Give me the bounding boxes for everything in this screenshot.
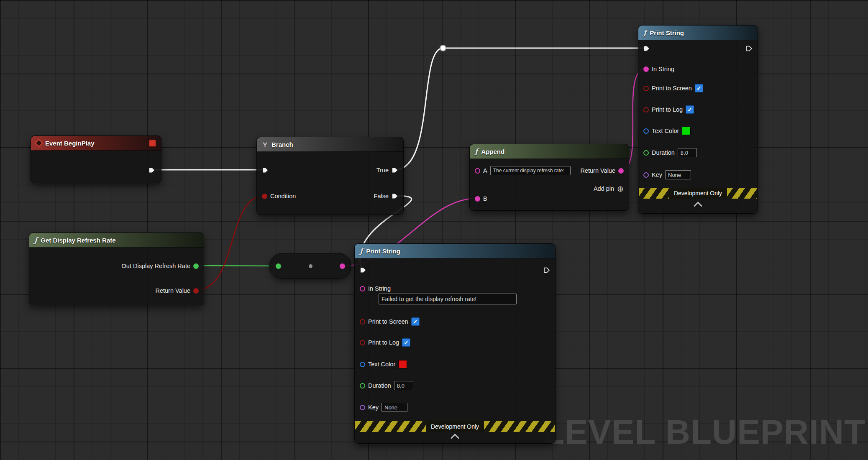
return-value-pin[interactable]: [193, 288, 199, 294]
event-icon: [35, 139, 43, 147]
wire-float-refreshrate-to-conversion[interactable]: [195, 266, 278, 266]
add-pin-icon[interactable]: ⊕: [617, 185, 624, 193]
print-to-log-checkbox[interactable]: ✓: [402, 338, 410, 347]
node-header[interactable]: Branch: [257, 137, 403, 152]
false-exec-pin[interactable]: [392, 193, 398, 199]
node-header[interactable]: Event BeginPlay: [31, 136, 161, 151]
node-print-string-bottom[interactable]: ƒ Print String In String Print to Screen…: [354, 243, 556, 444]
node-title: Append: [481, 148, 504, 155]
print-to-screen-checkbox[interactable]: ✓: [411, 317, 420, 326]
blueprint-canvas[interactable]: LEVEL BLUEPRINT Event BeginPlay Branch: [0, 0, 868, 460]
in-string-pin[interactable]: [360, 286, 365, 291]
exec-out-pin[interactable]: [543, 267, 550, 273]
node-print-string-top[interactable]: ƒ Print String In String Print to Screen…: [638, 25, 758, 214]
node-title: Event BeginPlay: [45, 140, 95, 147]
event-badge-icon: [149, 140, 156, 147]
a-pin[interactable]: [475, 168, 480, 174]
print-to-log-checkbox[interactable]: ✓: [686, 105, 694, 114]
hazard-stripes-icon: [727, 188, 757, 199]
print-to-log-label: Print to Log: [652, 106, 683, 113]
key-label: Key: [652, 171, 662, 178]
duration-input[interactable]: [678, 148, 697, 157]
condition-pin[interactable]: [262, 194, 267, 199]
condition-pin-label: Condition: [270, 193, 296, 199]
text-color-pin[interactable]: [643, 128, 649, 134]
in-string-input[interactable]: [379, 294, 517, 304]
exec-out-pin[interactable]: [149, 167, 155, 174]
exec-in-pin[interactable]: [262, 167, 269, 174]
true-pin-label: True: [376, 167, 389, 174]
node-header[interactable]: ƒ Get Display Refresh Rate: [29, 233, 204, 248]
node-float-to-string-conversion[interactable]: [269, 253, 351, 279]
key-label: Key: [368, 404, 379, 411]
a-value-input[interactable]: [490, 166, 571, 175]
development-only-label: Development Only: [669, 188, 727, 199]
print-to-screen-pin[interactable]: [360, 319, 365, 325]
exec-out-pin[interactable]: [746, 45, 753, 52]
text-color-swatch[interactable]: [398, 360, 407, 368]
function-icon: ƒ: [643, 28, 646, 37]
exec-in-pin[interactable]: [643, 45, 650, 52]
checkmark-icon: ✓: [696, 85, 702, 91]
in-string-pin[interactable]: [643, 66, 649, 72]
false-pin-label: False: [374, 193, 389, 199]
checkmark-icon: ✓: [404, 340, 409, 345]
duration-pin[interactable]: [360, 383, 365, 388]
b-pin-label: B: [483, 195, 487, 202]
duration-input[interactable]: [394, 381, 413, 390]
print-to-screen-checkbox[interactable]: ✓: [695, 84, 703, 92]
return-value-pin[interactable]: [618, 168, 624, 174]
text-color-label: Text Color: [368, 361, 395, 368]
function-icon: ƒ: [360, 247, 363, 255]
development-only-banner: Development Only: [355, 421, 555, 432]
out-display-refresh-rate-label: Out Display Refresh Rate: [122, 263, 190, 269]
function-icon: ƒ: [475, 147, 478, 156]
wire-bool-returnvalue-to-condition[interactable]: [195, 196, 264, 290]
print-to-log-pin[interactable]: [643, 107, 649, 112]
hazard-stripes-icon: [639, 188, 669, 199]
duration-label: Duration: [368, 382, 391, 389]
reroute-node[interactable]: [440, 45, 446, 51]
duration-pin[interactable]: [643, 150, 649, 156]
node-branch[interactable]: Branch True Condition False: [256, 137, 404, 215]
node-event-beginplay[interactable]: Event BeginPlay: [31, 135, 161, 183]
node-title: Get Display Refresh Rate: [41, 237, 115, 244]
text-color-label: Text Color: [652, 128, 679, 134]
branch-icon: [262, 141, 268, 148]
text-color-pin[interactable]: [360, 362, 365, 367]
collapse-chevron-icon[interactable]: [693, 202, 702, 210]
key-input[interactable]: [665, 170, 691, 179]
string-output-pin[interactable]: [340, 263, 345, 269]
key-input[interactable]: [382, 403, 407, 412]
node-header[interactable]: ƒ Print String: [355, 244, 555, 258]
print-to-screen-label: Print to Screen: [652, 85, 692, 92]
node-header[interactable]: ƒ Print String: [638, 26, 758, 40]
exec-in-pin[interactable]: [360, 267, 366, 273]
checkmark-icon: ✓: [413, 319, 418, 325]
print-to-log-label: Print to Log: [368, 339, 399, 346]
text-color-swatch[interactable]: [682, 127, 691, 135]
node-title: Branch: [271, 141, 293, 148]
development-only-banner: Development Only: [639, 188, 757, 199]
out-display-refresh-rate-pin[interactable]: [193, 263, 199, 269]
print-to-log-pin[interactable]: [360, 340, 365, 345]
development-only-label: Development Only: [426, 421, 484, 432]
node-append[interactable]: ƒ Append A Return Value Add pin ⊕ B: [469, 144, 629, 211]
function-icon: ƒ: [34, 236, 37, 244]
node-get-display-refresh-rate[interactable]: ƒ Get Display Refresh Rate Out Display R…: [29, 233, 204, 305]
return-value-label: Return Value: [580, 167, 615, 174]
node-title: Print String: [650, 29, 684, 36]
collapse-chevron-icon[interactable]: [450, 434, 459, 442]
true-exec-pin[interactable]: [392, 167, 398, 174]
b-pin[interactable]: [475, 196, 480, 202]
level-blueprint-watermark: LEVEL BLUEPRINT: [543, 412, 865, 452]
in-string-label: In String: [368, 285, 391, 292]
hazard-stripes-icon: [484, 421, 555, 432]
key-pin[interactable]: [643, 172, 649, 178]
key-pin[interactable]: [360, 405, 365, 410]
hazard-stripes-icon: [355, 421, 426, 432]
print-to-screen-pin[interactable]: [643, 86, 649, 91]
a-pin-label: A: [483, 167, 487, 174]
node-header[interactable]: ƒ Append: [470, 144, 629, 159]
float-input-pin[interactable]: [276, 263, 281, 269]
